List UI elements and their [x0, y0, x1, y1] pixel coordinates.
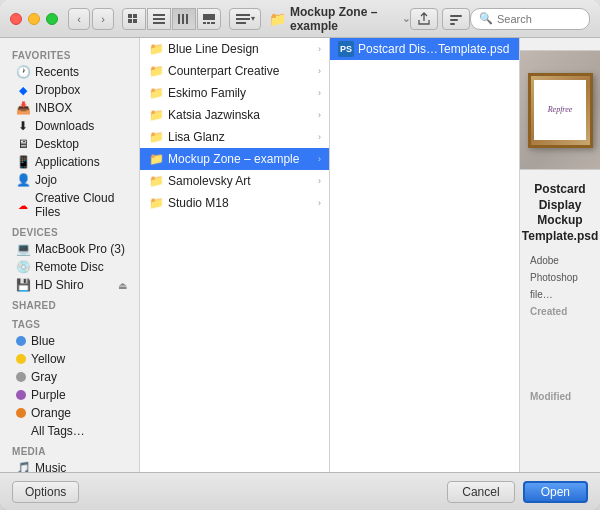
svg-rect-15: [236, 18, 250, 20]
yellow-tag-dot: [16, 354, 26, 364]
column-view-button[interactable]: [172, 8, 196, 30]
file-name: Blue Line Design: [168, 42, 314, 56]
sidebar-item-tag-purple[interactable]: Purple: [4, 386, 135, 404]
sidebar-item-recents[interactable]: 🕐 Recents: [4, 63, 135, 81]
file-item-katsia[interactable]: 📁 Katsia Jazwinska ›: [140, 104, 329, 126]
minimize-button[interactable]: [28, 13, 40, 25]
forward-button[interactable]: ›: [92, 8, 114, 30]
file-item-lisa[interactable]: 📁 Lisa Glanz ›: [140, 126, 329, 148]
sidebar-item-jojo[interactable]: 👤 Jojo: [4, 171, 135, 189]
recents-icon: 🕐: [16, 65, 30, 79]
sidebar-item-remote-disc[interactable]: 💿 Remote Disc: [4, 258, 135, 276]
meta-modified-row: Modified 16 July 2019 at 12:58: [530, 388, 590, 472]
options-button[interactable]: Options: [12, 481, 79, 503]
main-content: Favorites 🕐 Recents ◆ Dropbox 📥 INBOX ⬇ …: [0, 38, 600, 472]
chevron-right-icon: ›: [318, 198, 321, 208]
back-button[interactable]: ‹: [68, 8, 90, 30]
sidebar-item-dropbox[interactable]: ◆ Dropbox: [4, 81, 135, 99]
sidebar-item-label: Desktop: [35, 137, 79, 151]
sidebar-item-inbox[interactable]: 📥 INBOX: [4, 99, 135, 117]
folder-icon: 📁: [148, 151, 164, 167]
frame-inner: Repfree: [534, 80, 586, 140]
tag-label: All Tags…: [31, 424, 85, 438]
maximize-button[interactable]: [46, 13, 58, 25]
search-input[interactable]: [497, 13, 587, 25]
icon-view-button[interactable]: [122, 8, 146, 30]
sidebar-item-tag-blue[interactable]: Blue: [4, 332, 135, 350]
sub-file-item-postcard[interactable]: PS Postcard Dis…Template.psd: [330, 38, 519, 60]
chevron-right-icon: ›: [318, 154, 321, 164]
sidebar-item-tag-yellow[interactable]: Yellow: [4, 350, 135, 368]
traffic-lights: [10, 13, 58, 25]
sidebar-item-label: Creative Cloud Files: [35, 191, 127, 219]
share-button[interactable]: [410, 8, 438, 30]
hd-shiro-icon: 💾: [16, 278, 30, 292]
file-name: Katsia Jazwinska: [168, 108, 314, 122]
title-path: 📁 Mockup Zone – example ⌄: [269, 5, 410, 33]
action-buttons: [410, 8, 470, 30]
file-item-counterpart[interactable]: 📁 Counterpart Creative ›: [140, 60, 329, 82]
chevron-right-icon: ›: [318, 88, 321, 98]
applications-icon: 📱: [16, 155, 30, 169]
svg-rect-0: [128, 14, 132, 18]
svg-rect-13: [211, 22, 215, 24]
folder-icon: 📁: [148, 41, 164, 57]
sidebar-item-label: Downloads: [35, 119, 94, 133]
view-dropdown[interactable]: ▾: [229, 8, 261, 30]
open-button[interactable]: Open: [523, 481, 588, 503]
sidebar: Favorites 🕐 Recents ◆ Dropbox 📥 INBOX ⬇ …: [0, 38, 140, 472]
tag-label: Gray: [31, 370, 57, 384]
preview-pane: Repfree Postcard Display Mockup Template…: [520, 38, 600, 472]
file-item-studio[interactable]: 📁 Studio M18 ›: [140, 192, 329, 214]
frame-text: Repfree: [548, 105, 573, 115]
close-button[interactable]: [10, 13, 22, 25]
folder-icon: 📁: [148, 85, 164, 101]
devices-header: Devices: [0, 221, 139, 240]
sidebar-item-macbook[interactable]: 💻 MacBook Pro (3): [4, 240, 135, 258]
chevron-right-icon: ›: [318, 66, 321, 76]
desktop-icon: 🖥: [16, 137, 30, 151]
chevron-right-icon: ›: [318, 176, 321, 186]
sidebar-item-tag-orange[interactable]: Orange: [4, 404, 135, 422]
sidebar-item-music[interactable]: 🎵 Music: [4, 459, 135, 472]
tag-label: Purple: [31, 388, 66, 402]
file-item-samolevsky[interactable]: 📁 Samolevsky Art ›: [140, 170, 329, 192]
sidebar-item-all-tags[interactable]: All Tags…: [4, 422, 135, 440]
finder-window: ‹ › ▾ 📁 Mockup Zone – exampl: [0, 0, 600, 510]
file-name: Studio M18: [168, 196, 314, 210]
svg-rect-12: [207, 22, 210, 24]
folder-icon: 📁: [148, 195, 164, 211]
sidebar-item-hd-shiro[interactable]: 💾 HD Shiro ⏏: [4, 276, 135, 294]
meta-modified-label: Modified: [530, 388, 600, 472]
svg-rect-6: [153, 22, 165, 24]
sidebar-item-applications[interactable]: 📱 Applications: [4, 153, 135, 171]
sidebar-item-tag-gray[interactable]: Gray: [4, 368, 135, 386]
frame-mockup: Repfree: [528, 73, 593, 148]
folder-icon: 📁: [148, 173, 164, 189]
sidebar-item-creative-cloud[interactable]: ☁ Creative Cloud Files: [4, 189, 135, 221]
view-options-button[interactable]: ▾: [229, 8, 261, 30]
jojo-icon: 👤: [16, 173, 30, 187]
sidebar-item-label: INBOX: [35, 101, 72, 115]
list-view-button[interactable]: [147, 8, 171, 30]
sidebar-item-desktop[interactable]: 🖥 Desktop: [4, 135, 135, 153]
sidebar-item-label: Music: [35, 461, 66, 472]
preview-thumbnail: Repfree: [520, 50, 600, 170]
svg-rect-8: [182, 14, 184, 24]
cancel-button[interactable]: Cancel: [447, 481, 514, 503]
svg-rect-5: [153, 18, 165, 20]
sidebar-item-label: Applications: [35, 155, 100, 169]
arrange-button[interactable]: [442, 8, 470, 30]
svg-rect-17: [450, 15, 462, 17]
media-header: Media: [0, 440, 139, 459]
file-name: Eskimo Family: [168, 86, 314, 100]
psd-icon: PS: [338, 41, 354, 57]
file-item-eskimo[interactable]: 📁 Eskimo Family ›: [140, 82, 329, 104]
file-item-blue-line[interactable]: 📁 Blue Line Design ›: [140, 38, 329, 60]
gallery-view-button[interactable]: [197, 8, 221, 30]
svg-rect-2: [128, 19, 132, 23]
search-box[interactable]: 🔍: [470, 8, 590, 30]
file-item-mockup-zone[interactable]: 📁 Mockup Zone – example ›: [140, 148, 329, 170]
sidebar-item-downloads[interactable]: ⬇ Downloads: [4, 117, 135, 135]
sidebar-item-label: HD Shiro: [35, 278, 84, 292]
